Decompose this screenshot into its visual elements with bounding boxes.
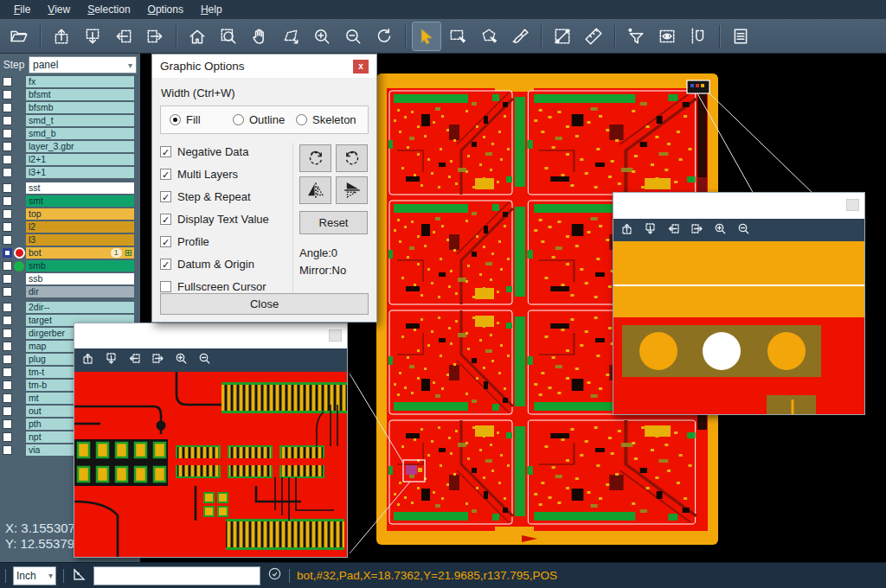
transform-button[interactable]: [277, 22, 305, 50]
layer-visibility-checkbox[interactable]: [3, 248, 12, 258]
layer-row-smd_b[interactable]: smd_b: [0, 128, 140, 139]
magnifier-window-top-right[interactable]: [613, 192, 865, 415]
layer-visibility-checkbox[interactable]: [3, 368, 12, 377]
layer-row-smt[interactable]: smt: [0, 195, 140, 207]
mirror-horizontal-button[interactable]: [299, 176, 331, 204]
window-button[interactable]: [846, 199, 859, 211]
checkbox-step-repeat[interactable]: ✓Step & Repeat: [160, 190, 292, 203]
menu-selection[interactable]: Selection: [79, 2, 138, 17]
pan-up-button[interactable]: [81, 352, 94, 368]
dialog-close-icon[interactable]: x: [353, 60, 369, 74]
zoom-out-button[interactable]: [198, 352, 211, 368]
layer-row-ssb[interactable]: ssb: [0, 273, 140, 284]
layer-row-l2[interactable]: l2: [0, 221, 140, 233]
radio-skeleton[interactable]: Skeleton: [296, 113, 359, 126]
layer-visibility-checkbox[interactable]: [3, 77, 12, 86]
pan-up-button[interactable]: [48, 22, 75, 50]
close-button[interactable]: Close: [160, 293, 369, 315]
layer-visibility-checkbox[interactable]: [3, 196, 12, 206]
pan-down-button[interactable]: [644, 222, 657, 239]
layer-visibility-checkbox[interactable]: [3, 274, 12, 284]
checkbox-multi-layers[interactable]: ✓Multi Layers: [160, 168, 292, 181]
layer-row-bfsmt[interactable]: bfsmt: [0, 89, 140, 100]
rotate-cw-button[interactable]: [299, 144, 331, 172]
measure-diagonal-button[interactable]: [549, 22, 576, 50]
layer-row-smb[interactable]: smb: [0, 260, 140, 272]
highlight-view-button[interactable]: [653, 22, 681, 50]
checkbox-fullscreen-cursor[interactable]: Fullscreen Cursor: [160, 280, 292, 293]
pan-right-button[interactable]: [690, 222, 703, 239]
zoom-in-button[interactable]: [308, 22, 336, 50]
layer-visibility-checkbox[interactable]: [3, 116, 12, 125]
layer-visibility-checkbox[interactable]: [3, 342, 12, 351]
pan-left-button[interactable]: [110, 22, 138, 50]
layer-visibility-checkbox[interactable]: [3, 142, 12, 151]
layer-visibility-checkbox[interactable]: [3, 432, 12, 442]
step-select[interactable]: panel▾: [29, 56, 137, 74]
checkbox-profile[interactable]: ✓Profile: [160, 235, 292, 248]
open-button[interactable]: [5, 22, 33, 50]
layer-visibility-checkbox[interactable]: [3, 168, 12, 177]
polygon-select-button[interactable]: [475, 22, 503, 50]
zoom-out-button[interactable]: [737, 222, 750, 239]
reset-button[interactable]: Reset: [299, 211, 368, 234]
layer-visibility-checkbox[interactable]: [3, 90, 12, 99]
window-select-button[interactable]: [444, 22, 472, 50]
layer-row-bot[interactable]: bot1⊞: [0, 247, 140, 259]
rotate-ccw-button[interactable]: [336, 144, 368, 172]
zoom-in-button[interactable]: [175, 352, 188, 368]
pan-right-button[interactable]: [151, 352, 164, 368]
dialog-titlebar[interactable]: Graphic Options x: [152, 54, 376, 78]
layer-row-fx[interactable]: fx: [0, 76, 140, 87]
layer-visibility-checkbox[interactable]: [3, 222, 12, 232]
layer-row-bfsmb[interactable]: bfsmb: [0, 102, 140, 113]
command-input[interactable]: [93, 566, 260, 585]
report-button[interactable]: [727, 22, 754, 50]
magnifier-titlebar[interactable]: [74, 323, 347, 348]
layer-row-layer_3.gbr[interactable]: layer_3.gbr: [0, 141, 140, 152]
layer-visibility-checkbox[interactable]: [3, 129, 12, 138]
zoom-out-button[interactable]: [339, 22, 367, 50]
layer-visibility-checkbox[interactable]: [3, 393, 12, 403]
checkbox-datum-origin[interactable]: ✓Datum & Origin: [160, 258, 292, 271]
layer-row-2dir--[interactable]: 2dir--: [0, 302, 140, 313]
radio-fill[interactable]: Fill: [170, 113, 233, 126]
layer-row-l3[interactable]: l3: [0, 234, 140, 246]
layer-visibility-checkbox[interactable]: [3, 419, 12, 429]
clear-brush-button[interactable]: [506, 22, 534, 50]
pan-right-button[interactable]: [141, 22, 169, 50]
layer-visibility-checkbox[interactable]: [3, 445, 12, 455]
layer-visibility-checkbox[interactable]: [3, 303, 12, 312]
zoom-window-button[interactable]: [215, 22, 242, 50]
layer-row-sst[interactable]: sst: [0, 182, 140, 194]
home-view-button[interactable]: [183, 22, 211, 50]
zoom-in-button[interactable]: [714, 222, 727, 239]
layer-visibility-checkbox[interactable]: [3, 355, 12, 364]
pan-up-button[interactable]: [620, 222, 633, 239]
menu-view[interactable]: View: [39, 2, 79, 17]
layer-visibility-checkbox[interactable]: [3, 329, 12, 338]
layer-row-top[interactable]: top: [0, 208, 140, 220]
select-arrow-button[interactable]: [413, 22, 440, 50]
pan-down-button[interactable]: [105, 352, 118, 368]
mirror-vertical-button[interactable]: [336, 176, 368, 204]
unit-select[interactable]: Inch▾: [13, 566, 56, 585]
layer-row-l2+1[interactable]: l2+1: [0, 154, 140, 165]
origin-corner-icon[interactable]: [71, 566, 87, 585]
layer-visibility-checkbox[interactable]: [3, 155, 12, 164]
ruler-button[interactable]: [580, 22, 607, 50]
pan-left-button[interactable]: [667, 222, 680, 239]
magnifier-titlebar[interactable]: [613, 193, 864, 219]
layer-visibility-checkbox[interactable]: [3, 209, 12, 219]
pan-down-button[interactable]: [79, 22, 106, 50]
filter-button[interactable]: [622, 22, 650, 50]
layer-visibility-checkbox[interactable]: [3, 316, 12, 325]
layer-visibility-checkbox[interactable]: [3, 183, 12, 193]
layer-visibility-checkbox[interactable]: [3, 380, 12, 390]
menu-file[interactable]: File: [5, 2, 39, 17]
checkbox-negative-data[interactable]: ✓Negative Data: [160, 145, 292, 158]
pan-hand-button[interactable]: [246, 22, 273, 50]
window-button[interactable]: [329, 329, 342, 342]
menu-help[interactable]: Help: [192, 2, 231, 17]
layer-row-l3+1[interactable]: l3+1: [0, 167, 140, 178]
